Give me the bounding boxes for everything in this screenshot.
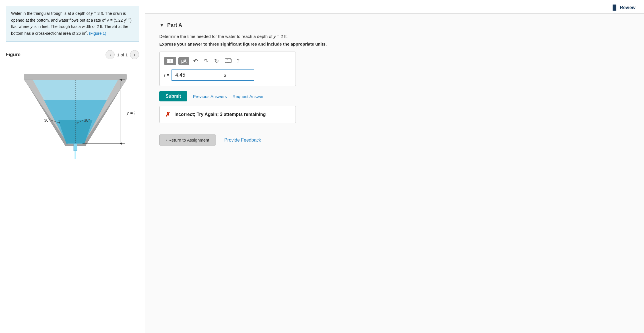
- undo-button[interactable]: ↶: [191, 56, 200, 66]
- reset-button[interactable]: ↻: [212, 56, 221, 66]
- review-icon: ▐▌: [611, 5, 618, 11]
- bottom-actions: ‹ Return to Assignment Provide Feedback: [159, 134, 630, 146]
- part-title: Part A: [167, 22, 182, 28]
- redo-button[interactable]: ↷: [202, 56, 210, 66]
- right-content: ▼ Part A Determine the time needed for t…: [145, 14, 644, 154]
- svg-rect-9: [74, 144, 77, 151]
- right-panel: ▐▌ Review ▼ Part A Determine the time ne…: [145, 0, 644, 333]
- input-row: t =: [164, 70, 291, 81]
- figure-title: Figure: [6, 52, 20, 58]
- incorrect-feedback-box: ✗ Incorrect; Try Again; 3 attempts remai…: [159, 106, 296, 123]
- figure-nav: ‹ 1 of 1 ›: [106, 50, 139, 59]
- error-icon: ✗: [165, 111, 170, 118]
- question-instruction: Express your answer to three significant…: [159, 42, 630, 46]
- input-label: t =: [164, 73, 169, 78]
- grid-matrix-icon: [167, 58, 173, 64]
- incorrect-message: Incorrect; Try Again; 3 attempts remaini…: [174, 112, 266, 117]
- figure-counter: 1 of 1: [117, 52, 128, 57]
- return-to-assignment-button[interactable]: ‹ Return to Assignment: [159, 134, 216, 146]
- review-label: Review: [620, 5, 635, 10]
- svg-rect-3: [24, 74, 127, 80]
- svg-text:30°: 30°: [84, 118, 90, 122]
- question-text: Determine the time needed for the water …: [159, 34, 630, 39]
- svg-text:30°: 30°: [44, 118, 50, 122]
- svg-rect-10: [75, 151, 76, 159]
- top-bar: ▐▌ Review: [145, 0, 644, 14]
- left-panel: Water in the triangular trough is at a d…: [0, 0, 145, 333]
- value-input[interactable]: [172, 70, 220, 81]
- grid-matrix-button[interactable]: [164, 57, 176, 65]
- previous-answers-link[interactable]: Previous Answers: [193, 94, 227, 99]
- figure-section: Figure ‹ 1 of 1 ›: [0, 47, 145, 174]
- problem-text: Water in the triangular trough is at a d…: [11, 11, 132, 36]
- keyboard-button[interactable]: [223, 57, 233, 66]
- request-answer-link[interactable]: Request Answer: [232, 94, 263, 99]
- part-header: ▼ Part A: [159, 22, 630, 28]
- mu-button[interactable]: μÅ: [178, 57, 189, 65]
- help-label: ?: [237, 58, 240, 64]
- mu-icon: μÅ: [181, 59, 186, 64]
- submit-button[interactable]: Submit: [159, 91, 187, 101]
- svg-rect-21: [170, 59, 173, 61]
- figure-header: Figure ‹ 1 of 1 ›: [6, 50, 139, 59]
- review-button[interactable]: ▐▌ Review: [611, 5, 635, 11]
- figure-link[interactable]: (Figure 1): [89, 31, 106, 36]
- trough-diagram: y = 3 ft 30° 30°: [6, 63, 139, 169]
- svg-rect-23: [170, 61, 173, 63]
- provide-feedback-link[interactable]: Provide Feedback: [224, 138, 261, 143]
- unit-input[interactable]: [220, 70, 254, 81]
- submit-row: Submit Previous Answers Request Answer: [159, 91, 630, 101]
- figure-next-btn[interactable]: ›: [130, 50, 139, 59]
- trough-svg: y = 3 ft 30° 30°: [16, 66, 135, 169]
- page-layout: Water in the triangular trough is at a d…: [0, 0, 644, 333]
- svg-rect-20: [167, 59, 170, 61]
- toolbar-row: μÅ ↶ ↷ ↻: [164, 56, 291, 66]
- problem-text-box: Water in the triangular trough is at a d…: [6, 6, 139, 42]
- svg-rect-22: [167, 61, 170, 63]
- svg-text:y = 3 ft: y = 3 ft: [126, 111, 135, 115]
- part-collapse-toggle[interactable]: ▼: [159, 22, 164, 28]
- figure-prev-btn[interactable]: ‹: [106, 50, 115, 59]
- answer-box: μÅ ↶ ↷ ↻: [159, 52, 296, 86]
